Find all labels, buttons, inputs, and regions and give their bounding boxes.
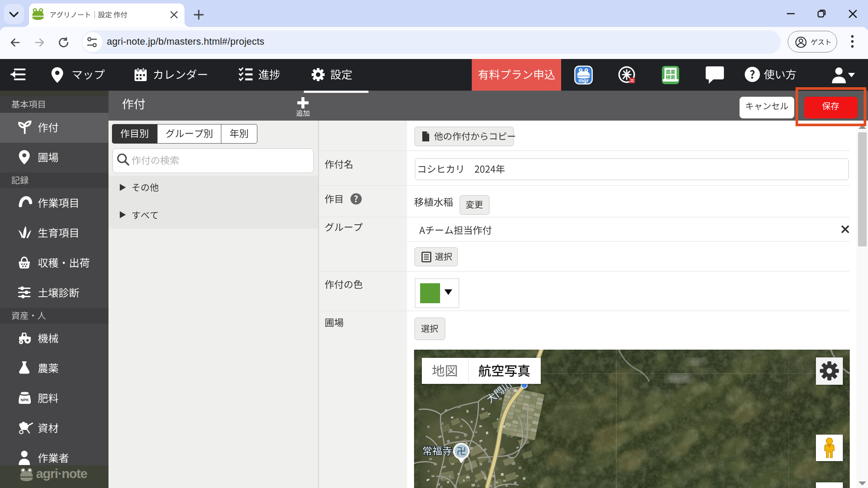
svg-text:NPK: NPK [20, 398, 29, 402]
